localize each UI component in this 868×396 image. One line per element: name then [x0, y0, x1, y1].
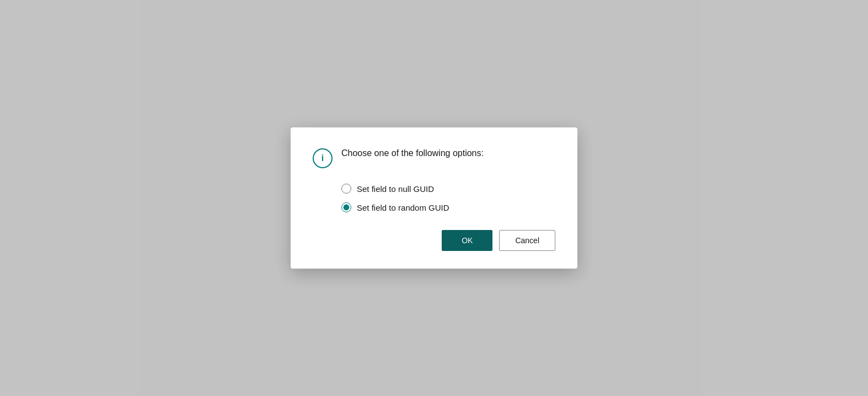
modal-options: Set field to null GUID Set field to rand…: [341, 184, 555, 212]
option1-row[interactable]: Set field to null GUID: [341, 184, 555, 194]
modal-header: i Choose one of the following options:: [313, 147, 555, 168]
cancel-button[interactable]: Cancel: [499, 230, 555, 251]
info-icon-letter: i: [322, 153, 324, 163]
modal-overlay: i Choose one of the following options: S…: [0, 0, 868, 396]
ok-button[interactable]: OK: [442, 230, 492, 251]
option2-radio[interactable]: [341, 202, 351, 212]
option1-radio[interactable]: [341, 184, 351, 194]
option1-label: Set field to null GUID: [357, 184, 434, 194]
option2-row[interactable]: Set field to random GUID: [341, 202, 555, 212]
modal-footer: OK Cancel: [313, 230, 555, 251]
option2-label: Set field to random GUID: [357, 203, 449, 212]
modal-title: Choose one of the following options:: [341, 147, 484, 159]
modal-dialog: i Choose one of the following options: S…: [291, 127, 577, 269]
modal-info-icon: i: [313, 148, 333, 168]
